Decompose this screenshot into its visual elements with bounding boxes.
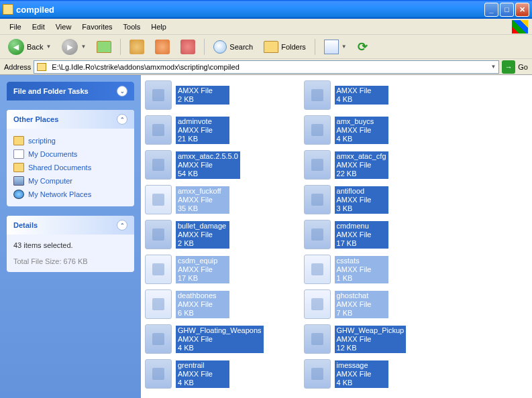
file-type: AMXX File <box>178 300 227 309</box>
views-icon <box>324 40 339 54</box>
file-name: grentrail <box>178 361 227 370</box>
favorites-button[interactable] <box>151 37 174 57</box>
go-button[interactable]: → <box>502 60 515 74</box>
back-arrow-icon: ◄ <box>8 39 24 55</box>
menu-view[interactable]: View <box>50 21 77 32</box>
file-label: adminvoteAMXX File21 KB <box>176 117 229 144</box>
file-size: 1 KB <box>337 274 386 283</box>
file-name: amxx_atac.2.5.5.0 <box>178 152 238 161</box>
dropdown-arrow-icon[interactable]: ▼ <box>490 64 496 70</box>
back-label: Back <box>27 43 43 51</box>
forward-button[interactable]: ► ▼ <box>58 36 90 58</box>
menu-file[interactable]: File <box>4 21 27 32</box>
sidebar-place-shared-documents[interactable]: Shared Documents <box>13 161 127 174</box>
file-icon <box>304 324 331 354</box>
tasks-panel-header[interactable]: File and Folder Tasks ⌄ <box>7 82 134 101</box>
folders-label: Folders <box>281 43 306 51</box>
file-label: cmdmenuAMXX File17 KB <box>335 221 388 249</box>
menu-help[interactable]: Help <box>146 21 172 32</box>
menu-edit[interactable]: Edit <box>27 21 50 32</box>
file-item[interactable]: grentrailAMXX File4 KB <box>145 358 264 390</box>
file-item[interactable]: amxx_atac_cfgAMXX File22 KB <box>304 149 407 181</box>
back-button[interactable]: ◄ Back ▼ <box>4 36 55 58</box>
separator <box>120 39 121 55</box>
file-item[interactable]: amxx_fuckoffAMXX File35 KB <box>145 184 264 216</box>
places-panel-header[interactable]: Other Places ⌃ <box>7 110 134 129</box>
sidebar-place-scripting[interactable]: scripting <box>13 134 127 147</box>
file-item[interactable]: csdm_equipAMXX File17 KB <box>145 253 264 285</box>
history-icon <box>129 40 144 54</box>
file-type: AMXX File <box>337 126 386 135</box>
up-button[interactable] <box>93 38 115 56</box>
file-item[interactable]: GHW_Weap_PickupAMXX File12 KB <box>304 323 407 355</box>
menu-bar: File Edit View Favorites Tools Help <box>0 19 532 35</box>
delete-button[interactable] <box>176 37 199 57</box>
file-size: 4 KB <box>178 344 262 352</box>
forward-arrow-icon: ► <box>62 39 78 55</box>
file-label: AMXX File2 KB <box>176 86 229 105</box>
file-name: amxx_fuckoff <box>178 187 227 196</box>
file-type: AMXX File <box>337 196 386 204</box>
search-button[interactable]: Search <box>209 38 257 56</box>
close-button[interactable]: ✕ <box>515 3 529 17</box>
toolbar: ◄ Back ▼ ► ▼ Search Folders ▼ ⟳ <box>0 35 532 59</box>
file-item[interactable]: amxx_atac.2.5.5.0AMXX File54 KB <box>145 149 264 181</box>
file-type: AMXX File <box>337 86 386 95</box>
places-panel: Other Places ⌃ scriptingMy DocumentsShar… <box>7 110 134 206</box>
file-name: adminvote <box>178 117 227 126</box>
place-label: My Computer <box>28 177 72 185</box>
sidebar-place-my-documents[interactable]: My Documents <box>13 147 127 161</box>
file-label: amxx_atac.2.5.5.0AMXX File54 KB <box>176 151 240 179</box>
details-selection: 43 items selected. <box>13 240 127 251</box>
file-item[interactable]: amx_buycsAMXX File4 KB <box>304 114 407 146</box>
address-label: Address <box>4 63 31 71</box>
file-name: deathbones <box>178 291 227 300</box>
go-label: Go <box>518 63 528 71</box>
file-type: AMXX File <box>178 370 227 379</box>
file-name: amx_buycs <box>337 117 386 126</box>
up-folder-icon <box>97 41 111 53</box>
file-type: AMXX File <box>178 196 227 204</box>
file-item[interactable]: deathbonesAMXX File6 KB <box>145 288 264 320</box>
maximize-button[interactable]: □ <box>500 3 514 17</box>
file-label: GHW_Weap_PickupAMXX File12 KB <box>335 326 407 353</box>
views-button[interactable]: ▼ <box>320 37 351 57</box>
menu-favorites[interactable]: Favorites <box>76 21 117 32</box>
refresh-button[interactable]: ⟳ <box>354 37 376 57</box>
file-item[interactable]: AMXX File4 KB <box>304 79 407 111</box>
windows-flag-icon <box>512 20 528 34</box>
sidebar-place-my-computer[interactable]: My Computer <box>13 174 127 188</box>
folder-icon <box>13 163 24 172</box>
file-size: 54 KB <box>178 170 238 178</box>
minimize-button[interactable]: _ <box>484 3 498 17</box>
file-name: bullet_damage <box>178 222 227 230</box>
menu-tools[interactable]: Tools <box>118 21 146 32</box>
file-icon <box>145 80 172 110</box>
file-item[interactable]: ghostchatAMXX File7 KB <box>304 288 407 320</box>
history-button[interactable] <box>125 37 148 57</box>
dropdown-arrow-icon: ▼ <box>341 44 347 50</box>
details-panel-header[interactable]: Details ⌃ <box>7 216 134 235</box>
address-input[interactable]: E:\Lg.Idle.Ro\cstrike\addons\amxmodx\scr… <box>34 60 499 74</box>
file-item[interactable]: bullet_damageAMXX File2 KB <box>145 218 264 251</box>
file-item[interactable]: csstatsAMXX File1 KB <box>304 253 407 285</box>
file-item[interactable]: GHW_Floating_WeaponsAMXX File4 KB <box>145 323 264 355</box>
file-icon <box>304 185 331 214</box>
file-item[interactable]: imessageAMXX File4 KB <box>304 358 407 390</box>
folders-icon <box>264 41 278 53</box>
file-size: 3 KB <box>337 204 386 213</box>
file-item[interactable]: adminvoteAMXX File21 KB <box>145 114 264 146</box>
places-title: Other Places <box>13 115 58 123</box>
file-name: imessage <box>337 361 386 370</box>
file-name: ghostchat <box>337 291 386 300</box>
file-item[interactable]: antifloodAMXX File3 KB <box>304 184 407 216</box>
file-item[interactable]: cmdmenuAMXX File17 KB <box>304 218 407 251</box>
file-label: amx_buycsAMXX File4 KB <box>335 117 388 144</box>
file-view[interactable]: AMXX File2 KBadminvoteAMXX File21 KBamxx… <box>141 75 532 398</box>
folders-button[interactable]: Folders <box>260 38 310 56</box>
file-icon <box>145 324 172 354</box>
sidebar-place-my-network-places[interactable]: My Network Places <box>13 188 127 201</box>
file-label: GHW_Floating_WeaponsAMXX File4 KB <box>176 326 264 353</box>
file-item[interactable]: AMXX File2 KB <box>145 79 264 111</box>
window-title: compiled <box>16 5 484 15</box>
